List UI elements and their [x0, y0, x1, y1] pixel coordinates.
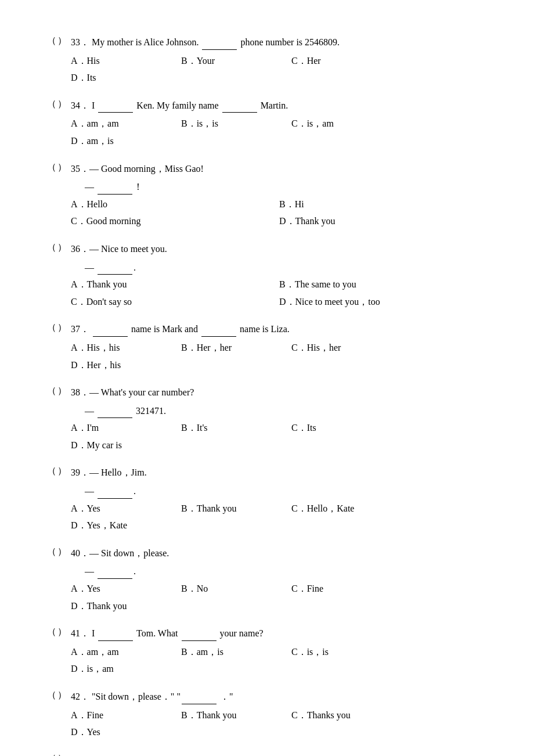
options-42: A．Fine B．Thank you C．Thanks you D．Yes	[71, 708, 488, 742]
blank-35	[98, 194, 132, 195]
bracket-right-43: ）	[57, 753, 67, 756]
options-40: A．Yes B．No C．Fine D．Thank you	[71, 581, 488, 615]
option-40-c: C．Fine	[291, 581, 396, 596]
bracket-right-35: ）	[57, 161, 67, 174]
bracket-left-41: （	[46, 626, 57, 638]
option-36-c: C．Don't say so	[71, 294, 273, 309]
stem-43: 43． "What's this？" " ．"	[71, 753, 488, 756]
bracket-left-42: （	[46, 689, 57, 701]
number-42: 42．	[71, 692, 89, 701]
option-38-c: C．Its	[291, 420, 396, 435]
option-38-a: A．I'm	[71, 420, 175, 435]
bracket-right-33: ）	[57, 35, 67, 47]
stem-37: 37． name is Mark and name is Liza.	[71, 322, 488, 337]
bracket-right-40: ）	[57, 546, 67, 558]
option-34-c: C．is，am	[291, 116, 396, 131]
blank-36	[98, 274, 132, 275]
bracket-right-41: ）	[57, 626, 67, 638]
option-39-c: C．Hello，Kate	[291, 501, 396, 516]
question-37: （ ） 37． name is Mark and name is Liza. A…	[46, 322, 488, 375]
question-content-33: 33． My mother is Alice Johnson. phone nu…	[71, 35, 488, 88]
number-36: 36．	[71, 244, 89, 254]
question-content-36: 36．— Nice to meet you. — . A．Thank you B…	[71, 242, 488, 311]
options-37: A．His，his B．Her，her C．His，her D．Her，his	[71, 340, 488, 375]
number-41: 41．	[71, 628, 89, 638]
bracket-right-36: ）	[57, 242, 67, 254]
number-38: 38．	[71, 387, 89, 397]
option-42-d: D．Yes	[71, 725, 175, 740]
option-36-a: A．Thank you	[71, 277, 273, 292]
blank-38	[98, 417, 132, 418]
option-38-d: D．My car is	[71, 438, 175, 453]
bracket-right-39: ）	[57, 465, 67, 477]
sub-line-40: — .	[71, 564, 488, 579]
option-34-a: A．am，am	[71, 116, 175, 131]
stem-42: 42． "Sit down，please．" " ．"	[71, 689, 488, 704]
option-42-a: A．Fine	[71, 708, 175, 723]
option-36-d: D．Nice to meet you，too	[279, 294, 482, 309]
stem-40: 40．— Sit down，please.	[71, 546, 488, 561]
bracket-left-36: （	[46, 242, 57, 254]
sub-line-35: — ！	[71, 179, 488, 195]
question-43: （ ） 43． "What's this？" " ．" A．It's pen B…	[46, 753, 488, 756]
bracket-left-34: （	[46, 98, 57, 110]
stem-39: 39．— Hello，Jim.	[71, 465, 488, 480]
bracket-left-38: （	[46, 385, 57, 397]
option-39-a: A．Yes	[71, 501, 175, 516]
stem-34: 34． I Ken. My family name Martin.	[71, 98, 488, 113]
option-42-c: C．Thanks you	[291, 708, 396, 723]
option-36-b: B．The same to you	[279, 277, 482, 292]
option-40-b: B．No	[181, 581, 286, 596]
question-content-43: 43． "What's this？" " ．" A．It's pen B．Thi…	[71, 753, 488, 756]
options-35: A．Hello B．Hi C．Good morning D．Thank you	[71, 197, 488, 231]
bracket-right-38: ）	[57, 385, 67, 397]
question-33: （ ） 33． My mother is Alice Johnson. phon…	[46, 35, 488, 88]
number-35: 35．	[71, 164, 89, 174]
question-41: （ ） 41． I Tom. What your name? A．am，am B…	[46, 626, 488, 679]
options-34: A．am，am B．is，is C．is，am D．am，is	[71, 116, 488, 150]
number-33: 33．	[71, 37, 89, 47]
question-content-38: 38．— What's your car number? — 321471. A…	[71, 385, 488, 455]
option-37-c: C．His，her	[291, 340, 396, 355]
bracket-left-43: （	[46, 753, 57, 756]
blank-41a	[98, 640, 133, 641]
blank-39	[98, 498, 132, 499]
sub-line-39: — .	[71, 484, 488, 499]
stem-36: 36．— Nice to meet you.	[71, 242, 488, 257]
question-36: （ ） 36．— Nice to meet you. — . A．Thank y…	[46, 242, 488, 311]
blank-40	[98, 578, 132, 579]
option-41-a: A．am，am	[71, 645, 175, 660]
blank-37a	[93, 336, 128, 337]
option-33-a: A．His	[71, 53, 175, 69]
bracket-left-35: （	[46, 161, 57, 174]
bracket-left-37: （	[46, 322, 57, 334]
number-34: 34．	[71, 100, 89, 110]
question-content-42: 42． "Sit down，please．" " ．" A．Fine B．Tha…	[71, 689, 488, 742]
blank-34b	[222, 112, 257, 113]
option-37-b: B．Her，her	[181, 340, 286, 355]
stem-41: 41． I Tom. What your name?	[71, 626, 488, 641]
option-35-c: C．Good morning	[71, 214, 273, 229]
bracket-right-37: ）	[57, 322, 67, 334]
option-34-b: B．is，is	[181, 116, 286, 131]
option-35-a: A．Hello	[71, 197, 273, 212]
number-37: 37．	[71, 324, 89, 334]
option-42-b: B．Thank you	[181, 708, 286, 723]
sub-line-36: — .	[71, 260, 488, 275]
option-37-d: D．Her，his	[71, 358, 175, 373]
option-39-d: D．Yes，Kate	[71, 518, 175, 533]
option-33-d: D．Its	[71, 70, 175, 85]
options-36: A．Thank you B．The same to you C．Don't sa…	[71, 277, 488, 311]
question-42: （ ） 42． "Sit down，please．" " ．" A．Fine B…	[46, 689, 488, 742]
option-33-b: B．Your	[181, 53, 286, 69]
stem-35: 35．— Good morning，Miss Gao!	[71, 161, 488, 177]
bracket-left-33: （	[46, 35, 57, 47]
bracket-right-42: ）	[57, 689, 67, 701]
options-39: A．Yes B．Thank you C．Hello，Kate D．Yes，Kat…	[71, 501, 488, 535]
question-35: （ ） 35．— Good morning，Miss Gao! — ！ A．He…	[46, 161, 488, 231]
number-40: 40．	[71, 548, 89, 558]
option-34-d: D．am，is	[71, 134, 175, 149]
option-41-c: C．is，is	[291, 645, 396, 660]
question-39: （ ） 39．— Hello，Jim. — . A．Yes B．Thank yo…	[46, 465, 488, 535]
options-38: A．I'm B．It's C．Its D．My car is	[71, 420, 488, 455]
